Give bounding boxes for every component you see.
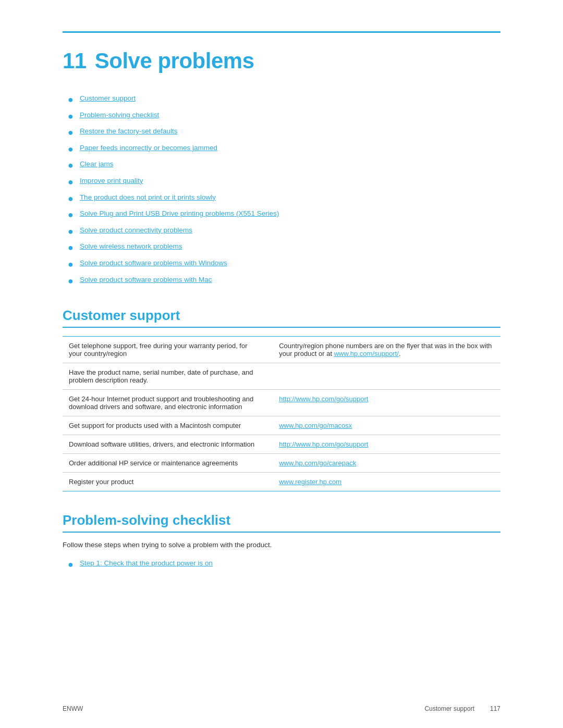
toc-item: ●Problem-solving checklist	[68, 111, 500, 122]
table-link[interactable]: http://www.hp.com/go/support	[279, 440, 368, 448]
toc-item: ●Improve print quality	[68, 177, 500, 188]
toc-item: ●Solve product software problems with Ma…	[68, 276, 500, 287]
chapter-number: 11	[63, 48, 87, 73]
toc-link[interactable]: Solve wireless network problems	[80, 242, 182, 250]
toc-item: ●Restore the factory-set defaults	[68, 127, 500, 139]
table-cell-right: www.hp.com/go/macosx	[273, 416, 500, 435]
table-row: Get telephone support, free during your …	[63, 337, 500, 363]
table-cell-right: http://www.hp.com/go/support	[273, 435, 500, 454]
toc-bullet-icon: ●	[68, 177, 74, 188]
toc-bullet-icon: ●	[68, 193, 74, 205]
toc-bullet-icon: ●	[68, 94, 74, 106]
problem-solving-intro: Follow these steps when trying to solve …	[63, 541, 500, 549]
table-cell-right: www.register.hp.com	[273, 473, 500, 491]
footer-section-name: Customer support	[425, 705, 474, 712]
problem-link[interactable]: Step 1: Check that the product power is …	[80, 559, 213, 567]
toc-bullet-icon: ●	[68, 276, 74, 287]
problem-list-item: ●Step 1: Check that the product power is…	[68, 559, 500, 571]
toc-link[interactable]: Solve product software problems with Win…	[80, 259, 227, 267]
chapter-title-text: Solve problems	[95, 48, 254, 73]
footer-left: ENWW	[63, 705, 83, 712]
table-cell-left: Get telephone support, free during your …	[63, 337, 273, 363]
table-cell-right: http://www.hp.com/go/support	[273, 390, 500, 416]
toc-item: ●Solve product connectivity problems	[68, 226, 500, 238]
table-row: Have the product name, serial number, da…	[63, 363, 500, 390]
table-cell-left: Have the product name, serial number, da…	[63, 363, 273, 390]
toc-bullet-icon: ●	[68, 144, 74, 155]
toc-link[interactable]: Customer support	[80, 94, 136, 102]
table-cell-left: Register your product	[63, 473, 273, 491]
list-bullet-icon: ●	[68, 559, 74, 571]
top-rule	[63, 31, 500, 33]
table-cell-right: www.hp.com/go/carepack	[273, 454, 500, 473]
toc-bullet-icon: ●	[68, 160, 74, 171]
table-row: Get 24-hour Internet product support and…	[63, 390, 500, 416]
toc-bullet-icon: ●	[68, 127, 74, 139]
toc-bullet-icon: ●	[68, 209, 74, 221]
problem-solving-list: ●Step 1: Check that the product power is…	[63, 559, 500, 571]
toc-bullet-icon: ●	[68, 259, 74, 270]
table-cell-left: Download software utilities, drivers, an…	[63, 435, 273, 454]
toc-item: ●Paper feeds incorrectly or becomes jamm…	[68, 144, 500, 155]
table-link[interactable]: www.register.hp.com	[279, 478, 341, 486]
toc-link[interactable]: Clear jams	[80, 160, 114, 168]
toc-link[interactable]: Restore the factory-set defaults	[80, 127, 178, 135]
table-link[interactable]: http://www.hp.com/go/support	[279, 395, 368, 403]
toc-item: ●Solve Plug and Print USB Drive printing…	[68, 209, 500, 221]
support-table: Get telephone support, free during your …	[63, 336, 500, 491]
table-cell-right: Country/region phone numbers are on the …	[273, 337, 500, 363]
table-cell-left: Get support for products used with a Mac…	[63, 416, 273, 435]
problem-solving-heading: Problem-solving checklist	[63, 512, 500, 533]
table-link[interactable]: www.hp.com/go/macosx	[279, 422, 352, 429]
toc-link[interactable]: Solve product software problems with Mac	[80, 276, 212, 283]
table-link[interactable]: www.hp.com/go/carepack	[279, 459, 356, 467]
toc-bullet-icon: ●	[68, 226, 74, 238]
toc-link[interactable]: Solve product connectivity problems	[80, 226, 192, 234]
toc-link[interactable]: Problem-solving checklist	[80, 111, 159, 119]
table-row: Get support for products used with a Mac…	[63, 416, 500, 435]
toc-list: ●Customer support●Problem-solving checkl…	[63, 94, 500, 287]
footer-right: Customer support 117	[425, 705, 500, 712]
table-cell-left: Get 24-hour Internet product support and…	[63, 390, 273, 416]
table-row: Download software utilities, drivers, an…	[63, 435, 500, 454]
footer-page-number: 117	[490, 705, 500, 712]
customer-support-heading: Customer support	[63, 307, 500, 328]
table-cell-right	[273, 363, 500, 390]
toc-bullet-icon: ●	[68, 242, 74, 254]
chapter-title: 11Solve problems	[63, 48, 500, 73]
toc-item: ●Solve wireless network problems	[68, 242, 500, 254]
page-container: 11Solve problems ●Customer support●Probl…	[0, 0, 563, 618]
toc-item: ●Clear jams	[68, 160, 500, 171]
table-row: Order additional HP service or maintenan…	[63, 454, 500, 473]
toc-item: ●The product does not print or it prints…	[68, 193, 500, 205]
toc-bullet-icon: ●	[68, 111, 74, 122]
footer: ENWW Customer support 117	[0, 705, 563, 712]
toc-link[interactable]: The product does not print or it prints …	[80, 193, 216, 201]
table-row: Register your productwww.register.hp.com	[63, 473, 500, 491]
toc-link[interactable]: Solve Plug and Print USB Drive printing …	[80, 209, 279, 217]
toc-item: ●Customer support	[68, 94, 500, 106]
table-link[interactable]: www.hp.com/support/	[334, 350, 399, 357]
toc-link[interactable]: Paper feeds incorrectly or becomes jamme…	[80, 144, 217, 152]
toc-link[interactable]: Improve print quality	[80, 177, 143, 184]
toc-item: ●Solve product software problems with Wi…	[68, 259, 500, 270]
table-cell-left: Order additional HP service or maintenan…	[63, 454, 273, 473]
